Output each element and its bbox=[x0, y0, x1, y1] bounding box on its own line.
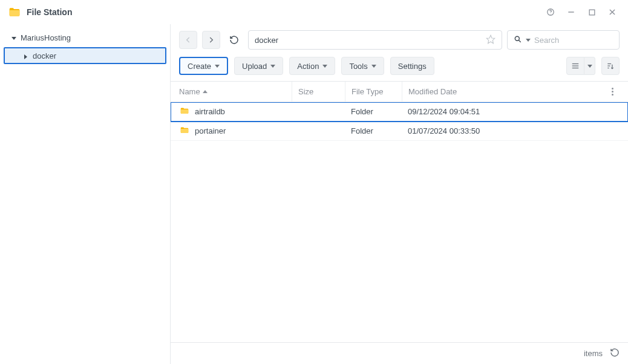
caret-down-icon bbox=[587, 65, 592, 68]
column-name-label: Name bbox=[179, 87, 200, 96]
tools-label: Tools bbox=[349, 62, 367, 71]
create-label: Create bbox=[188, 62, 211, 71]
column-size-label: Size bbox=[298, 87, 313, 96]
settings-button[interactable]: Settings bbox=[390, 57, 434, 75]
statusbar: items bbox=[171, 342, 628, 364]
chevron-right-icon bbox=[23, 53, 29, 59]
file-name: airtraildb bbox=[195, 107, 225, 116]
minimize-button[interactable] bbox=[564, 5, 578, 19]
help-button[interactable] bbox=[543, 5, 558, 19]
column-size[interactable]: Size bbox=[292, 82, 345, 102]
table-row[interactable]: airtraildbFolder09/12/2024 09:04:51 bbox=[171, 102, 628, 122]
upload-label: Upload bbox=[242, 62, 267, 71]
svg-point-7 bbox=[515, 36, 519, 41]
kebab-icon bbox=[612, 88, 613, 96]
list-view-button[interactable] bbox=[566, 57, 584, 75]
caret-down-icon bbox=[322, 65, 327, 68]
app-icon bbox=[8, 6, 21, 18]
search-icon bbox=[514, 35, 522, 45]
tree-root-label: MariusHosting bbox=[21, 33, 71, 42]
forward-button[interactable] bbox=[202, 31, 220, 49]
titlebar: File Station bbox=[0, 0, 628, 24]
column-modified-label: Modified Date bbox=[408, 87, 457, 96]
file-modified: 09/12/2024 09:04:51 bbox=[402, 107, 605, 116]
column-name[interactable]: Name bbox=[179, 87, 292, 96]
search-input[interactable] bbox=[534, 36, 628, 45]
upload-button[interactable]: Upload bbox=[234, 57, 283, 75]
action-label: Action bbox=[297, 62, 319, 71]
file-name: portainer bbox=[195, 126, 226, 135]
search-box[interactable] bbox=[507, 30, 620, 50]
tree-item-label: docker bbox=[33, 51, 56, 60]
toolbar: Create Upload Action Tools Settings bbox=[171, 53, 628, 81]
file-modified: 01/07/2024 00:33:50 bbox=[402, 126, 605, 135]
svg-marker-6 bbox=[486, 35, 494, 43]
dropdown-icon bbox=[526, 39, 531, 42]
column-type[interactable]: File Type bbox=[345, 82, 402, 102]
svg-rect-3 bbox=[589, 10, 595, 15]
table-header: Name Size File Type Modified Date bbox=[171, 82, 628, 102]
file-type: Folder bbox=[345, 107, 402, 116]
folder-icon bbox=[179, 106, 190, 117]
close-button[interactable] bbox=[605, 5, 620, 19]
caret-down-icon bbox=[270, 65, 275, 68]
caret-down-icon bbox=[215, 65, 220, 68]
path-input[interactable]: docker bbox=[248, 30, 502, 50]
caret-down-icon bbox=[371, 65, 376, 68]
svg-line-8 bbox=[518, 40, 520, 42]
create-button[interactable]: Create bbox=[179, 57, 228, 75]
tree-item-docker[interactable]: docker bbox=[4, 47, 166, 64]
file-table: Name Size File Type Modified Date bbox=[171, 81, 628, 342]
settings-label: Settings bbox=[398, 62, 427, 71]
list-view-dropdown[interactable] bbox=[584, 57, 595, 75]
favorite-icon[interactable] bbox=[486, 34, 496, 46]
window-title: File Station bbox=[27, 7, 72, 17]
maximize-button[interactable] bbox=[584, 5, 599, 19]
file-type: Folder bbox=[345, 126, 402, 135]
items-label: items bbox=[584, 349, 603, 358]
back-button[interactable] bbox=[179, 31, 197, 49]
column-menu[interactable] bbox=[605, 88, 620, 96]
action-button[interactable]: Action bbox=[289, 57, 335, 75]
folder-icon bbox=[179, 126, 190, 137]
status-refresh-button[interactable] bbox=[610, 348, 620, 359]
path-text: docker bbox=[255, 36, 486, 45]
sort-button[interactable] bbox=[601, 57, 620, 75]
svg-point-1 bbox=[551, 13, 551, 14]
column-type-label: File Type bbox=[352, 87, 384, 96]
table-row[interactable]: portainerFolder01/07/2024 00:33:50 bbox=[171, 122, 628, 141]
sort-asc-icon bbox=[203, 90, 208, 93]
refresh-button[interactable] bbox=[225, 31, 243, 49]
table-body: airtraildbFolder09/12/2024 09:04:51porta… bbox=[171, 102, 628, 342]
sidebar: MariusHosting docker bbox=[0, 24, 171, 364]
chevron-down-icon bbox=[11, 34, 17, 41]
nav-row: docker bbox=[171, 24, 628, 53]
tree-root[interactable]: MariusHosting bbox=[4, 29, 166, 46]
column-modified[interactable]: Modified Date bbox=[402, 82, 605, 102]
tools-button[interactable]: Tools bbox=[341, 57, 384, 75]
